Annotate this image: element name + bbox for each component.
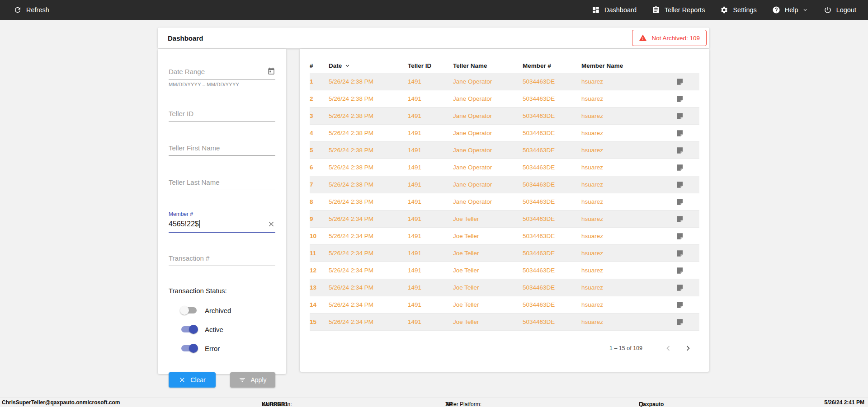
- cell-teller-name: Jane Operator: [453, 130, 523, 136]
- table-row[interactable]: 105/26/24 2:34 PM1491Joe Teller5034463DE…: [310, 228, 699, 245]
- table-row[interactable]: 25/26/24 2:38 PM1491Jane Operator5034463…: [310, 90, 699, 108]
- nav-help-label: Help: [785, 6, 798, 14]
- clear-member-icon[interactable]: [267, 220, 275, 228]
- note-icon[interactable]: [676, 146, 684, 154]
- prev-page-button[interactable]: [663, 343, 673, 353]
- teller-id-field[interactable]: Teller ID: [169, 108, 275, 122]
- transaction-number-field[interactable]: Transaction #: [169, 253, 275, 266]
- cell-teller-name: Jane Operator: [453, 112, 523, 119]
- table-row[interactable]: 85/26/24 2:38 PM1491Jane Operator5034463…: [310, 193, 699, 211]
- cell-member-name: hsuarez: [581, 250, 660, 257]
- clear-button-label: Clear: [190, 376, 205, 384]
- date-range-format-hint: MM/DD/YYYY – MM/DD/YYYY: [169, 82, 275, 87]
- cell-teller-id: 1491: [408, 181, 453, 188]
- note-icon[interactable]: [676, 301, 684, 309]
- col-date[interactable]: Date: [329, 62, 408, 69]
- cell-teller-name: Joe Teller: [453, 215, 523, 222]
- cell-member-number: 5034463DE: [523, 130, 581, 136]
- cell-member-number: 5034463DE: [523, 112, 581, 119]
- next-page-button[interactable]: [683, 343, 693, 353]
- row-number: 10: [310, 233, 329, 239]
- cell-teller-name: Jane Operator: [453, 198, 523, 205]
- page-title: Dashboard: [168, 34, 203, 42]
- nav-settings[interactable]: Settings: [720, 6, 756, 14]
- cell-member-number: 5034463DE: [523, 250, 581, 257]
- member-number-field[interactable]: Member # 4565!22$: [169, 211, 275, 233]
- table-row[interactable]: 95/26/24 2:34 PM1491Joe Teller5034463DEh…: [310, 211, 699, 228]
- pagination-range: 1 – 15 of 109: [609, 345, 642, 351]
- transaction-number-placeholder: Transaction #: [169, 254, 209, 262]
- chevron-down-icon: [802, 7, 808, 13]
- cell-teller-id: 1491: [408, 318, 453, 325]
- cell-teller-id: 1491: [408, 95, 453, 102]
- col-number[interactable]: #: [310, 62, 329, 69]
- table-row[interactable]: 65/26/24 2:38 PM1491Jane Operator5034463…: [310, 159, 699, 176]
- note-icon[interactable]: [676, 78, 684, 86]
- note-icon[interactable]: [676, 249, 684, 257]
- not-archived-badge[interactable]: Not Archived: 109: [632, 30, 707, 46]
- note-icon[interactable]: [676, 215, 684, 223]
- table-row[interactable]: 15/26/24 2:38 PM1491Jane Operator5034463…: [310, 73, 699, 90]
- nav-logout[interactable]: Logout: [824, 6, 856, 14]
- teller-first-name-field[interactable]: Teller First Name: [169, 142, 275, 156]
- table-row[interactable]: 125/26/24 2:34 PM1491Joe Teller5034463DE…: [310, 262, 699, 279]
- table-row[interactable]: 135/26/24 2:34 PM1491Joe Teller5034463DE…: [310, 279, 699, 296]
- nav-menu: Dashboard Teller Reports Settings Help L…: [592, 6, 856, 14]
- note-icon[interactable]: [676, 95, 684, 103]
- row-number: 12: [310, 267, 329, 274]
- nav-help[interactable]: Help: [772, 6, 808, 14]
- col-member-name[interactable]: Member Name: [581, 62, 660, 69]
- col-teller-name[interactable]: Teller Name: [453, 62, 523, 69]
- status-toggle-archived[interactable]: Archived: [181, 305, 275, 315]
- teller-last-name-placeholder: Teller Last Name: [169, 178, 220, 186]
- table-row[interactable]: 115/26/24 2:34 PM1491Joe Teller5034463DE…: [310, 245, 699, 262]
- col-teller-id[interactable]: Teller ID: [408, 62, 453, 69]
- cell-member-number: 5034463DE: [523, 164, 581, 171]
- row-number: 7: [310, 181, 329, 188]
- status-toggle-active[interactable]: Active: [181, 324, 275, 334]
- table-row[interactable]: 145/26/24 2:34 PM1491Joe Teller5034463DE…: [310, 296, 699, 313]
- cell-member-number: 5034463DE: [523, 233, 581, 239]
- date-range-field[interactable]: Date Range MM/DD/YYYY – MM/DD/YYYY: [169, 66, 275, 87]
- nav-teller-reports[interactable]: Teller Reports: [652, 6, 705, 14]
- table-row[interactable]: 45/26/24 2:38 PM1491Jane Operator5034463…: [310, 125, 699, 142]
- top-nav: Refresh Dashboard Teller Reports Setting…: [0, 0, 868, 20]
- note-icon[interactable]: [676, 129, 684, 137]
- reports-icon: [652, 6, 660, 14]
- cell-teller-id: 1491: [408, 78, 453, 85]
- note-icon[interactable]: [676, 318, 684, 326]
- nav-logout-label: Logout: [836, 6, 856, 14]
- note-icon[interactable]: [676, 232, 684, 240]
- note-icon[interactable]: [676, 112, 684, 120]
- teller-last-name-field[interactable]: Teller Last Name: [169, 177, 275, 190]
- cell-member-number: 5034463DE: [523, 267, 581, 274]
- note-icon[interactable]: [676, 164, 684, 172]
- clear-button[interactable]: Clear: [169, 372, 216, 388]
- nav-dashboard[interactable]: Dashboard: [592, 6, 637, 14]
- cell-teller-name: Jane Operator: [453, 95, 523, 102]
- table-row[interactable]: 75/26/24 2:38 PM1491Jane Operator5034463…: [310, 176, 699, 193]
- cell-teller-id: 1491: [408, 267, 453, 274]
- cell-teller-name: Joe Teller: [453, 284, 523, 291]
- note-icon[interactable]: [676, 181, 684, 189]
- note-icon[interactable]: [676, 284, 684, 292]
- col-member-number[interactable]: Member #: [523, 62, 581, 69]
- cell-teller-name: Jane Operator: [453, 181, 523, 188]
- refresh-button[interactable]: Refresh: [14, 6, 49, 14]
- table-row[interactable]: 35/26/24 2:38 PM1491Jane Operator5034463…: [310, 108, 699, 125]
- note-icon[interactable]: [676, 267, 684, 275]
- cell-teller-id: 1491: [408, 301, 453, 308]
- filter-actions: Clear Apply: [169, 372, 275, 388]
- table-row[interactable]: 155/26/24 2:34 PM1491Joe Teller5034463DE…: [310, 313, 699, 331]
- apply-button[interactable]: Apply: [230, 372, 275, 388]
- table-row[interactable]: 55/26/24 2:38 PM1491Jane Operator5034463…: [310, 142, 699, 159]
- cell-member-number: 5034463DE: [523, 215, 581, 222]
- table-header-row: # Date Teller ID Teller Name Member # Me…: [310, 58, 699, 73]
- cell-member-name: hsuarez: [581, 215, 660, 222]
- transaction-status-label: Transaction Status:: [169, 287, 275, 295]
- status-toggle-error[interactable]: Error: [181, 343, 275, 353]
- note-icon[interactable]: [676, 198, 684, 206]
- cell-date: 5/26/24 2:38 PM: [329, 112, 408, 119]
- calendar-icon[interactable]: [267, 67, 275, 75]
- refresh-icon: [14, 6, 22, 14]
